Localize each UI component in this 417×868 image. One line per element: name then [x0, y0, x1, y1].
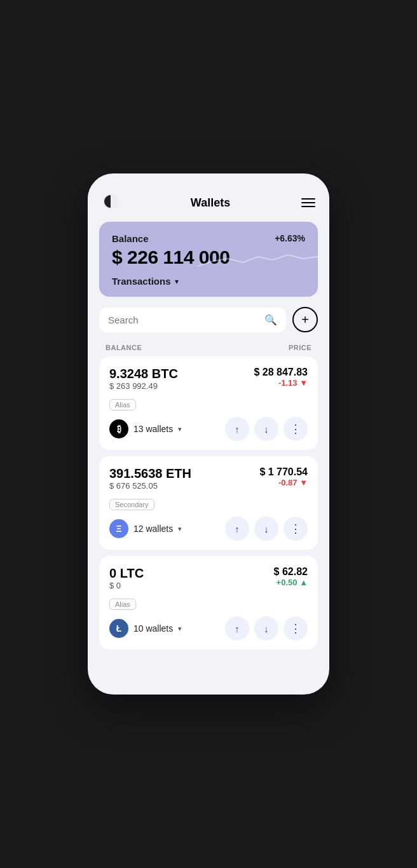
transactions-chevron: ▾: [175, 277, 179, 286]
balance-chart: [198, 234, 318, 273]
header: Wallets: [88, 186, 329, 222]
ltc-wallets-count: 10 wallets: [133, 623, 173, 634]
btc-more-button[interactable]: [284, 417, 308, 441]
logo: [102, 193, 120, 213]
crypto-list: 9.3248 BTC $ 263 992.49 $ 28 847.83 -1.1…: [88, 356, 329, 649]
eth-send-button[interactable]: [225, 517, 249, 541]
crypto-card-eth: 391.5638 ETH $ 676 525.05 $ 1 770.54 -0.…: [99, 456, 318, 550]
search-bar: 🔍: [99, 308, 286, 332]
search-container: 🔍 +: [88, 307, 329, 341]
eth-more-button[interactable]: [284, 517, 308, 541]
ltc-wallets-chevron: ▾: [178, 625, 182, 633]
ltc-icon: Ł: [109, 619, 128, 638]
btc-actions: [225, 417, 308, 441]
ltc-change: +0.50 ▲: [274, 578, 308, 587]
balance-card: Balance +6.63% $ 226 114 000 Transaction…: [99, 222, 318, 297]
page-title: Wallets: [191, 196, 230, 210]
btc-icon: ₿: [109, 419, 128, 438]
btc-change: -1.13 ▼: [254, 378, 308, 388]
ltc-amount: 0 LTC: [109, 566, 144, 581]
eth-alias: Secondary: [109, 499, 154, 510]
btc-alias: Alias: [109, 399, 136, 410]
eth-usd: $ 676 525.05: [109, 481, 191, 491]
ltc-actions: [225, 616, 308, 641]
btc-wallets-count: 13 wallets: [133, 424, 173, 434]
col-balance: BALANCE: [106, 344, 142, 351]
eth-wallets[interactable]: Ξ 12 wallets ▾: [109, 519, 182, 538]
ltc-wallets[interactable]: Ł 10 wallets ▾: [109, 619, 182, 638]
crypto-card-btc: 9.3248 BTC $ 263 992.49 $ 28 847.83 -1.1…: [99, 356, 318, 450]
transactions-row[interactable]: Transactions ▾: [112, 276, 305, 287]
eth-price: $ 1 770.54: [259, 466, 308, 478]
menu-button[interactable]: [301, 198, 315, 207]
eth-wallets-count: 12 wallets: [133, 524, 173, 534]
btc-amount: 9.3248 BTC: [109, 367, 178, 381]
btc-wallets-chevron: ▾: [178, 425, 182, 433]
btc-send-button[interactable]: [225, 417, 249, 441]
btc-wallets[interactable]: ₿ 13 wallets ▾: [109, 419, 182, 438]
eth-wallets-chevron: ▾: [178, 525, 182, 533]
ltc-usd: $ 0: [109, 581, 144, 590]
btc-price: $ 28 847.83: [254, 367, 308, 378]
search-icon: 🔍: [264, 314, 277, 326]
eth-amount: 391.5638 ETH: [109, 466, 191, 481]
phone-shell: Wallets Balance +6.63% $ 226 114 000 Tra…: [88, 173, 329, 695]
transactions-label: Transactions: [112, 276, 171, 287]
ltc-alias: Alias: [109, 599, 136, 610]
search-input[interactable]: [108, 315, 258, 325]
eth-receive-button[interactable]: [254, 517, 278, 541]
ltc-receive-button[interactable]: [254, 616, 278, 641]
crypto-card-ltc: 0 LTC $ 0 $ 62.82 +0.50 ▲ Alias Ł 10 wal…: [99, 556, 318, 649]
eth-actions: [225, 517, 308, 541]
ltc-more-button[interactable]: [284, 616, 308, 641]
column-headers: BALANCE PRICE: [88, 341, 329, 356]
btc-receive-button[interactable]: [254, 417, 278, 441]
col-price: PRICE: [289, 344, 311, 351]
add-wallet-button[interactable]: +: [292, 307, 318, 332]
eth-change: -0.87 ▼: [259, 478, 308, 487]
ltc-price: $ 62.82: [274, 566, 308, 578]
balance-label: Balance: [112, 233, 149, 244]
ltc-send-button[interactable]: [225, 616, 249, 641]
btc-usd: $ 263 992.49: [109, 381, 178, 391]
eth-icon: Ξ: [109, 519, 128, 538]
